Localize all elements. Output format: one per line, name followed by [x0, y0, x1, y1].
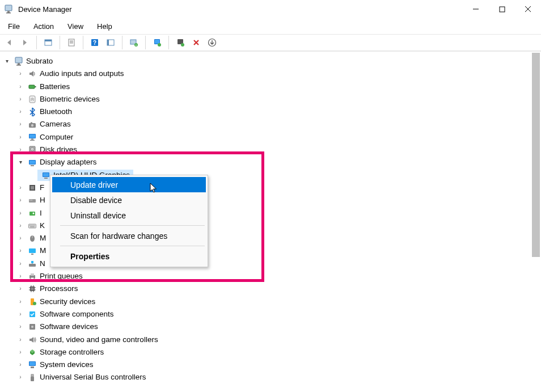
- back-button[interactable]: [1, 35, 17, 50]
- chevron-right-icon[interactable]: ›: [17, 248, 24, 255]
- chevron-right-icon[interactable]: ›: [17, 96, 24, 103]
- chevron-right-icon[interactable]: ›: [17, 311, 24, 318]
- security-icon: [27, 297, 37, 307]
- chevron-right-icon[interactable]: ›: [17, 361, 24, 368]
- help-button[interactable]: [87, 35, 103, 50]
- properties-button[interactable]: [64, 35, 79, 50]
- update-driver-button[interactable]: [149, 35, 165, 50]
- tree-category-usb[interactable]: ›Universal Serial Bus controllers: [3, 371, 541, 383]
- chevron-right-icon[interactable]: ›: [17, 197, 24, 204]
- category-label: Computer: [40, 131, 73, 144]
- sound-icon: [27, 335, 37, 345]
- chevron-right-icon[interactable]: ›: [17, 273, 24, 280]
- tree-category-software-devices[interactable]: ›Software devices: [3, 321, 541, 333]
- forward-button[interactable]: [17, 35, 33, 50]
- category-label: Processors: [40, 283, 78, 295]
- tree-category-biometric[interactable]: ›Biometric devices: [3, 93, 541, 106]
- menu-view[interactable]: View: [62, 20, 89, 33]
- scrollbar-thumb[interactable]: [532, 53, 540, 257]
- category-label: Biometric devices: [40, 93, 100, 106]
- show-hide-action-pane-button[interactable]: [103, 35, 119, 50]
- tree-category-system[interactable]: ›System devices: [3, 359, 541, 371]
- context-menu-update-driver[interactable]: Update driver: [52, 177, 206, 192]
- vertical-scrollbar[interactable]: [531, 52, 541, 386]
- category-label: Sound, video and game controllers: [40, 334, 158, 346]
- scrollbar-track[interactable]: [531, 258, 541, 386]
- menu-file[interactable]: File: [2, 20, 26, 33]
- chevron-right-icon[interactable]: ›: [17, 134, 24, 141]
- titlebar: Device Manager: [0, 0, 541, 18]
- toolbar-separator: [79, 36, 83, 49]
- chevron-right-icon[interactable]: ›: [17, 349, 24, 356]
- category-label: M: [40, 232, 46, 245]
- tree-category-security[interactable]: ›Security devices: [3, 296, 541, 308]
- scan-hardware-button[interactable]: [126, 35, 142, 50]
- imaging-icon: [27, 208, 37, 218]
- monitor-icon: [27, 246, 37, 256]
- bluetooth-icon: [27, 107, 37, 117]
- menu-item-label: Update driver: [70, 180, 118, 189]
- toolbar-separator: [119, 36, 122, 49]
- chevron-right-icon[interactable]: ›: [17, 121, 24, 128]
- menu-item-label: Scan for hardware changes: [70, 231, 167, 241]
- uninstall-device-button[interactable]: [172, 35, 188, 50]
- category-label: Audio inputs and outputs: [40, 68, 124, 80]
- menu-item-label: Disable device: [70, 196, 122, 205]
- tree-category-storage[interactable]: ›Storage controllers: [3, 346, 541, 359]
- chevron-down-icon[interactable]: ▾: [17, 159, 24, 166]
- maximize-button[interactable]: [489, 0, 515, 18]
- svg-rect-82: [500, 7, 505, 12]
- tree-category-bluetooth[interactable]: ›Bluetooth: [3, 106, 541, 118]
- chevron-right-icon[interactable]: ›: [17, 336, 24, 343]
- context-menu-separator: [60, 225, 205, 226]
- context-menu-uninstall-device[interactable]: Uninstall device: [52, 208, 206, 223]
- chevron-right-icon[interactable]: ›: [17, 260, 24, 267]
- tree-category-display-adapters[interactable]: ▾Display adapters: [3, 156, 541, 168]
- category-label: Software components: [40, 308, 114, 321]
- tree-root-label: Subrato: [26, 55, 53, 68]
- chevron-right-icon[interactable]: ›: [17, 108, 24, 115]
- firmware-icon: [27, 183, 37, 193]
- tree-category-batteries[interactable]: ›Batteries: [3, 81, 541, 93]
- tree-category-audio[interactable]: ›Audio inputs and outputs: [3, 68, 541, 80]
- chevron-right-icon[interactable]: ›: [17, 222, 24, 229]
- category-label: N: [40, 258, 45, 270]
- chevron-right-icon[interactable]: ›: [17, 146, 24, 153]
- close-button[interactable]: [515, 0, 541, 18]
- chevron-right-icon[interactable]: ›: [17, 210, 24, 217]
- chevron-right-icon[interactable]: ›: [17, 285, 24, 292]
- tree-category-disk[interactable]: ›Disk drives: [3, 144, 541, 156]
- category-label: Bluetooth: [40, 106, 72, 118]
- window-title: Device Manager: [18, 5, 72, 14]
- chevron-right-icon[interactable]: ›: [17, 70, 24, 77]
- chevron-right-icon[interactable]: ›: [17, 323, 24, 330]
- chevron-right-icon[interactable]: ›: [17, 298, 24, 305]
- menu-action[interactable]: Action: [28, 20, 60, 33]
- category-label: F: [40, 182, 44, 194]
- chevron-right-icon[interactable]: ›: [17, 374, 24, 381]
- tree-category-sound[interactable]: ›Sound, video and game controllers: [3, 334, 541, 346]
- context-menu-separator: [60, 246, 205, 246]
- category-label: M: [40, 245, 46, 257]
- chevron-right-icon[interactable]: ›: [17, 83, 24, 90]
- tree-category-cameras[interactable]: ›Cameras: [3, 118, 541, 130]
- context-menu-scan-hardware[interactable]: Scan for hardware changes: [52, 228, 206, 243]
- tree-root[interactable]: ▾ Subrato: [3, 55, 541, 68]
- tree-category-computer[interactable]: ›Computer: [3, 131, 541, 144]
- tree-category-print-queues[interactable]: ›Print queues: [3, 270, 541, 283]
- chevron-down-icon[interactable]: ▾: [3, 58, 10, 65]
- disable-device-button[interactable]: [188, 35, 204, 50]
- show-hide-tree-button[interactable]: [40, 35, 56, 50]
- menu-help[interactable]: Help: [91, 20, 118, 33]
- chevron-right-icon[interactable]: ›: [17, 184, 24, 191]
- tree-category-software-components[interactable]: ›Software components: [3, 308, 541, 321]
- tree-category-processors[interactable]: ›Processors: [3, 283, 541, 295]
- context-menu-properties[interactable]: Properties: [52, 248, 206, 264]
- minimize-button[interactable]: [463, 0, 489, 18]
- usb-icon: [27, 373, 37, 383]
- add-legacy-hardware-button[interactable]: [204, 35, 220, 50]
- toolbar: [0, 34, 541, 51]
- context-menu-disable-device[interactable]: Disable device: [52, 192, 206, 208]
- category-label: Storage controllers: [40, 346, 104, 359]
- chevron-right-icon[interactable]: ›: [17, 235, 24, 242]
